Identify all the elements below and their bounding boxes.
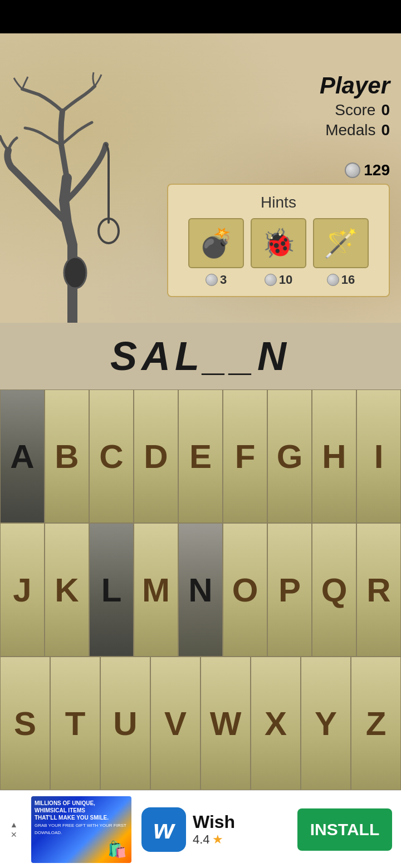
hint-ladybug-cost: 10	[265, 273, 292, 287]
ad-image-text: MILLIONS OF UNIQUE,WHIMSICAL ITEMSTHAT'L…	[35, 800, 128, 836]
key-M[interactable]: M	[134, 523, 178, 657]
score-value: 0	[381, 101, 390, 119]
hint-reveal-button[interactable]: 🪄 16	[313, 218, 369, 287]
ad-banner: ▲ ✕ MILLIONS OF UNIQUE,WHIMSICAL ITEMSTH…	[0, 790, 401, 868]
key-S[interactable]: S	[0, 657, 50, 790]
ad-logo: w	[141, 807, 186, 852]
key-A[interactable]: A	[0, 389, 45, 523]
key-N[interactable]: N	[178, 523, 223, 657]
ad-logo-w: w	[153, 814, 174, 845]
word-display: SAL__N	[110, 333, 291, 379]
medals-value: 0	[381, 121, 390, 139]
key-F[interactable]: F	[223, 389, 267, 523]
key-K[interactable]: K	[45, 523, 89, 657]
coins-value: 129	[364, 161, 390, 179]
ad-text-block: Wish 4.4 ★	[193, 812, 297, 847]
game-background: Player Score 0 Medals 0 129 Hints 💣 3 🐞	[0, 33, 401, 356]
ad-app-name: Wish	[193, 812, 297, 832]
hints-panel: Hints 💣 3 🐞 10 🪄 16	[167, 184, 390, 297]
key-D[interactable]: D	[134, 389, 178, 523]
score-label: Score	[335, 101, 375, 119]
ad-install-button[interactable]: INSTALL	[297, 808, 392, 851]
key-V[interactable]: V	[150, 657, 200, 790]
hints-buttons-container: 💣 3 🐞 10 🪄 16	[177, 218, 380, 287]
ad-close-up-icon: ▲	[10, 820, 18, 829]
player-name: Player	[320, 72, 390, 99]
hint-ladybug-cost-value: 10	[279, 273, 292, 287]
hint-reveal-cost-value: 16	[341, 273, 355, 287]
key-I[interactable]: I	[356, 389, 401, 523]
svg-point-0	[64, 257, 86, 288]
ad-image: MILLIONS OF UNIQUE,WHIMSICAL ITEMSTHAT'L…	[31, 796, 131, 863]
medals-label: Medals	[325, 121, 375, 139]
key-L[interactable]: L	[89, 523, 134, 657]
keyboard-row-2: J K L M N O P Q R	[0, 523, 401, 657]
key-X[interactable]: X	[251, 657, 301, 790]
key-G[interactable]: G	[267, 389, 312, 523]
hint-reveal-cost: 16	[327, 273, 355, 287]
hint-ladybug-icon: 🐞	[251, 218, 306, 268]
hint-bomb-cost-value: 3	[220, 273, 227, 287]
ad-rating: 4.4 ★	[193, 832, 297, 847]
ad-close-x-icon: ✕	[11, 830, 17, 839]
hint-bomb-cost: 3	[206, 273, 227, 287]
coins-display: 129	[345, 161, 390, 179]
key-E[interactable]: E	[178, 389, 223, 523]
top-status-bar	[0, 0, 401, 33]
hint-reveal-coin-icon	[327, 274, 339, 286]
word-display-area: SAL__N	[0, 323, 401, 389]
key-Z[interactable]: Z	[351, 657, 401, 790]
ad-close-button[interactable]: ▲ ✕	[0, 815, 28, 845]
key-R[interactable]: R	[356, 523, 401, 657]
key-C[interactable]: C	[89, 389, 134, 523]
player-info-panel: Player Score 0 Medals 0	[320, 72, 390, 139]
key-Q[interactable]: Q	[312, 523, 356, 657]
hint-ladybug-coin-icon	[265, 274, 277, 286]
key-P[interactable]: P	[267, 523, 312, 657]
hint-ladybug-button[interactable]: 🐞 10	[251, 218, 306, 287]
key-J[interactable]: J	[0, 523, 45, 657]
key-H[interactable]: H	[312, 389, 356, 523]
coin-icon	[345, 162, 360, 178]
key-W[interactable]: W	[200, 657, 251, 790]
ad-install-label: INSTALL	[310, 820, 379, 839]
hint-bomb-button[interactable]: 💣 3	[188, 218, 244, 287]
key-T[interactable]: T	[50, 657, 100, 790]
tree-illustration	[0, 67, 167, 367]
key-O[interactable]: O	[223, 523, 267, 657]
key-B[interactable]: B	[45, 389, 89, 523]
key-Y[interactable]: Y	[301, 657, 351, 790]
ad-rating-value: 4.4	[193, 832, 210, 847]
key-U[interactable]: U	[100, 657, 150, 790]
hint-reveal-icon: 🪄	[313, 218, 369, 268]
ad-star-icon: ★	[212, 832, 223, 847]
hints-title: Hints	[177, 194, 380, 211]
keyboard-area: A B C D E F G H I J K L M N O P Q R S T …	[0, 389, 401, 790]
keyboard-row-3: S T U V W X Y Z	[0, 657, 401, 790]
hint-bomb-coin-icon	[206, 274, 218, 286]
hint-bomb-icon: 💣	[188, 218, 244, 268]
keyboard-row-1: A B C D E F G H I	[0, 389, 401, 523]
